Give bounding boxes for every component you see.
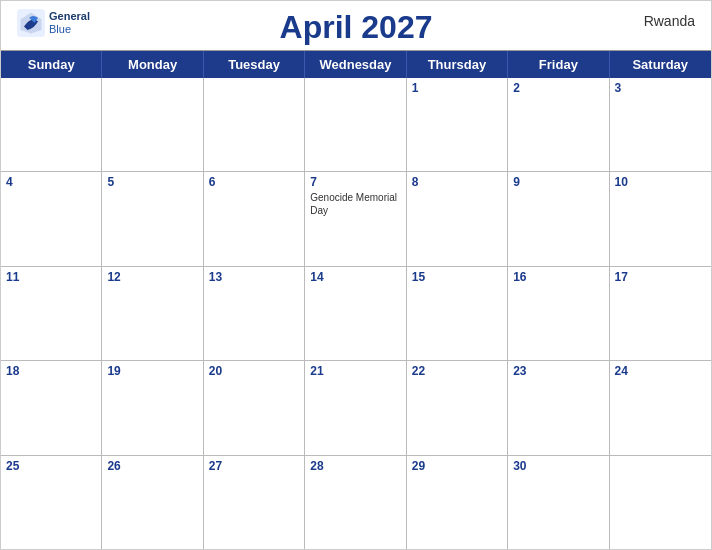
day-cell: 8 [407, 172, 508, 265]
day-cell: 26 [102, 456, 203, 549]
day-cell: 25 [1, 456, 102, 549]
day-header-monday: Monday [102, 51, 203, 78]
day-cell: 6 [204, 172, 305, 265]
day-number: 3 [615, 81, 706, 95]
logo: General Blue [17, 9, 90, 37]
day-number: 21 [310, 364, 400, 378]
day-number: 20 [209, 364, 299, 378]
day-number: 25 [6, 459, 96, 473]
day-cell: 21 [305, 361, 406, 454]
day-cell: 12 [102, 267, 203, 360]
day-number: 4 [6, 175, 96, 189]
day-number: 13 [209, 270, 299, 284]
day-cell: 29 [407, 456, 508, 549]
week-row-0: 123 [1, 78, 711, 172]
day-number: 19 [107, 364, 197, 378]
day-cell [1, 78, 102, 171]
day-cell [305, 78, 406, 171]
calendar-grid: SundayMondayTuesdayWednesdayThursdayFrid… [1, 50, 711, 549]
day-number: 1 [412, 81, 502, 95]
day-cell: 22 [407, 361, 508, 454]
day-cell [610, 456, 711, 549]
day-cell: 9 [508, 172, 609, 265]
week-row-3: 18192021222324 [1, 361, 711, 455]
day-cell: 13 [204, 267, 305, 360]
day-cell: 27 [204, 456, 305, 549]
day-number: 6 [209, 175, 299, 189]
day-number: 11 [6, 270, 96, 284]
day-headers: SundayMondayTuesdayWednesdayThursdayFrid… [1, 51, 711, 78]
logo-blue: Blue [49, 23, 90, 36]
day-cell: 11 [1, 267, 102, 360]
day-number: 30 [513, 459, 603, 473]
country-label: Rwanda [644, 13, 695, 29]
day-number: 16 [513, 270, 603, 284]
day-number: 22 [412, 364, 502, 378]
calendar-container: General Blue April 2027 Rwanda SundayMon… [0, 0, 712, 550]
logo-general: General [49, 10, 90, 23]
day-cell: 5 [102, 172, 203, 265]
day-header-wednesday: Wednesday [305, 51, 406, 78]
day-cell [204, 78, 305, 171]
header: General Blue April 2027 Rwanda [1, 1, 711, 50]
day-cell: 18 [1, 361, 102, 454]
logo-icon [17, 9, 45, 37]
day-cell: 4 [1, 172, 102, 265]
day-cell: 14 [305, 267, 406, 360]
logo-text: General Blue [49, 10, 90, 36]
day-number: 7 [310, 175, 400, 189]
day-number: 14 [310, 270, 400, 284]
day-header-tuesday: Tuesday [204, 51, 305, 78]
day-number: 23 [513, 364, 603, 378]
day-number: 18 [6, 364, 96, 378]
day-number: 27 [209, 459, 299, 473]
day-cell: 16 [508, 267, 609, 360]
day-cell: 3 [610, 78, 711, 171]
week-row-4: 252627282930 [1, 456, 711, 549]
day-number: 29 [412, 459, 502, 473]
day-number: 17 [615, 270, 706, 284]
day-cell: 28 [305, 456, 406, 549]
day-cell [102, 78, 203, 171]
day-number: 9 [513, 175, 603, 189]
day-number: 15 [412, 270, 502, 284]
day-cell: 20 [204, 361, 305, 454]
day-number: 8 [412, 175, 502, 189]
week-row-2: 11121314151617 [1, 267, 711, 361]
day-header-thursday: Thursday [407, 51, 508, 78]
day-cell: 1 [407, 78, 508, 171]
day-cell: 19 [102, 361, 203, 454]
day-number: 28 [310, 459, 400, 473]
day-number: 12 [107, 270, 197, 284]
weeks-container: 1234567Genocide Memorial Day891011121314… [1, 78, 711, 549]
day-cell: 23 [508, 361, 609, 454]
day-number: 10 [615, 175, 706, 189]
day-cell: 15 [407, 267, 508, 360]
day-cell: 30 [508, 456, 609, 549]
day-cell: 10 [610, 172, 711, 265]
day-number: 26 [107, 459, 197, 473]
day-header-sunday: Sunday [1, 51, 102, 78]
day-number: 5 [107, 175, 197, 189]
day-cell: 24 [610, 361, 711, 454]
day-cell: 7Genocide Memorial Day [305, 172, 406, 265]
week-row-1: 4567Genocide Memorial Day8910 [1, 172, 711, 266]
day-cell: 2 [508, 78, 609, 171]
day-cell: 17 [610, 267, 711, 360]
month-title: April 2027 [280, 9, 433, 46]
event-text: Genocide Memorial Day [310, 191, 400, 217]
day-number: 2 [513, 81, 603, 95]
day-header-saturday: Saturday [610, 51, 711, 78]
day-number: 24 [615, 364, 706, 378]
day-header-friday: Friday [508, 51, 609, 78]
